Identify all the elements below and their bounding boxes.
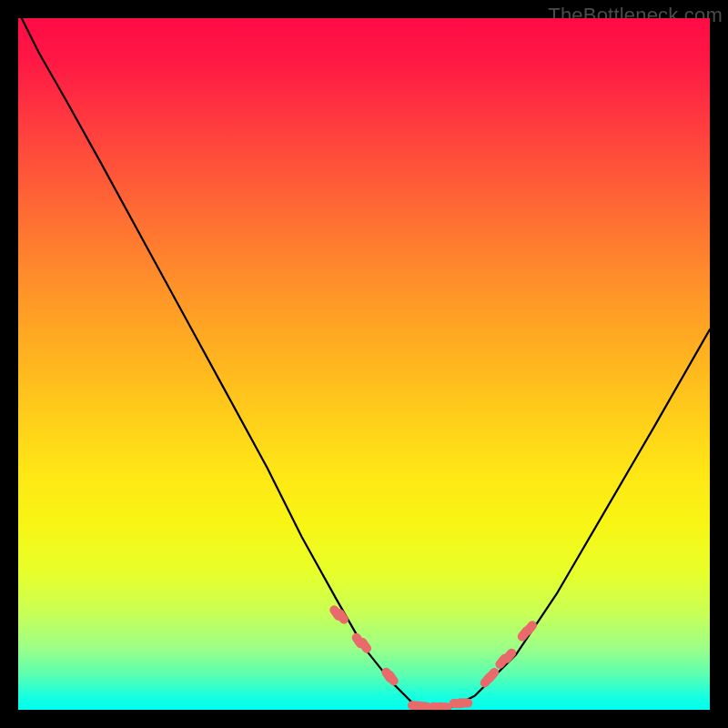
plot-area [18, 18, 710, 710]
bottleneck-curve [22, 18, 710, 710]
valley-marker [456, 698, 472, 708]
chart-svg [18, 18, 710, 710]
chart-stage: TheBottleneck.com [0, 0, 728, 728]
